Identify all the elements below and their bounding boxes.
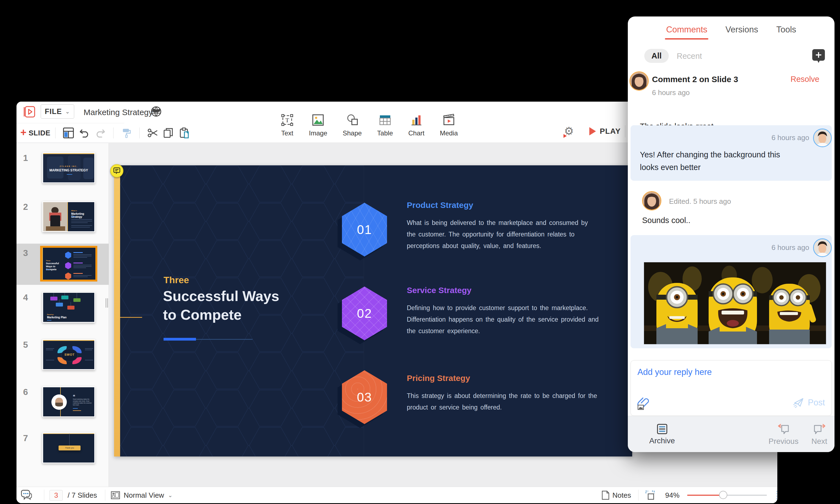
slide-thumbnail-7[interactable]: Thank you: [42, 433, 95, 463]
slide-thumbnail-6[interactable]: ❝ Good marketing makes the company look …: [42, 386, 95, 417]
slide-kicker[interactable]: Three: [163, 275, 189, 285]
tab-comments[interactable]: Comments: [666, 25, 707, 39]
globe-icon[interactable]: [151, 106, 162, 118]
zoom-slider[interactable]: [687, 487, 767, 503]
strategy-block-product[interactable]: Product Strategy What is being delivered…: [407, 200, 605, 252]
archive-icon: [657, 424, 668, 434]
hexagon-02[interactable]: 02: [342, 286, 387, 340]
minions-gif-attachment[interactable]: [644, 262, 826, 344]
add-slide-button[interactable]: + SLIDE: [20, 128, 50, 138]
insert-media-button[interactable]: Media: [440, 114, 458, 137]
redo-button[interactable]: [94, 127, 107, 139]
avatar-replier[interactable]: [813, 128, 832, 147]
next-comment-icon: [813, 423, 826, 435]
filter-recent-button[interactable]: Recent: [677, 52, 702, 61]
hexagon-03[interactable]: 03: [342, 370, 387, 424]
previous-comment-button[interactable]: Previous: [769, 423, 799, 446]
copy-icon[interactable]: [162, 127, 175, 139]
panel-footer: Archive Previous Next: [628, 416, 835, 452]
slide-panel: 1 ZYLKER INC. MARKETING STRATEGY 2: [17, 143, 109, 487]
tab-versions[interactable]: Versions: [725, 25, 758, 39]
insert-chart-button[interactable]: Chart: [408, 114, 424, 137]
insert-text-button[interactable]: T Text: [281, 114, 294, 137]
resolve-button[interactable]: Resolve: [790, 75, 819, 84]
post-button[interactable]: Post: [793, 397, 825, 408]
reply2-text: Sounds cool..: [642, 216, 690, 225]
settings-button[interactable]: ⚙: [564, 125, 577, 138]
reply-input-card[interactable]: Add your reply here Post: [631, 360, 832, 416]
document-title[interactable]: Marketing Strategy: [84, 108, 153, 117]
zoom-slider-knob[interactable]: [719, 491, 727, 499]
insert-shape-label: Shape: [343, 129, 362, 137]
insert-chart-label: Chart: [408, 129, 424, 137]
comment-marker[interactable]: [110, 164, 123, 177]
slide-thumbnail-4[interactable]: Develop: Marketing Plan: [42, 292, 95, 323]
shape-icon: [346, 114, 358, 127]
notes-button[interactable]: Notes: [612, 487, 631, 503]
undo-button[interactable]: [78, 127, 91, 139]
screen: FILE ⌄ Marketing Strategy + SLIDE: [0, 0, 840, 504]
insert-shape-button[interactable]: Shape: [343, 114, 362, 137]
product-strategy-body: What is being delivered to the marketpla…: [407, 217, 599, 252]
hexagon-01[interactable]: 01: [342, 203, 387, 256]
view-mode-dropdown[interactable]: Normal View ⌄: [124, 487, 173, 503]
thumb2-title: Marketing Strategy: [71, 212, 94, 218]
panel-resize-handle[interactable]: [106, 298, 108, 308]
strategy-block-service[interactable]: Service Strategy Defining how to provide…: [407, 286, 605, 337]
filter-all-button[interactable]: All: [644, 49, 669, 63]
paste-icon[interactable]: [178, 127, 191, 139]
comment-timestamp: 6 hours ago: [652, 88, 690, 97]
hexagon-03-number: 03: [357, 390, 372, 404]
status-bar: 3 / 7 Slides Normal View ⌄ Notes 94%: [17, 487, 777, 503]
slide-underline-thin: [196, 339, 252, 340]
slide-number-box[interactable]: 3: [50, 487, 63, 503]
avatar-commenter[interactable]: [629, 71, 649, 91]
slide-number: 5: [23, 340, 28, 350]
avatar-replier[interactable]: [813, 238, 832, 257]
slide-thumbnail-2[interactable]: What is Marketing Strategy: [42, 201, 95, 232]
thumb5-title: SWOT: [61, 353, 78, 356]
slide-layout-button[interactable]: [62, 127, 75, 139]
media-icon: [442, 114, 455, 127]
slide-thumbnail-5[interactable]: SWOT: [42, 339, 95, 370]
play-button[interactable]: PLAY: [589, 127, 620, 136]
divider: [44, 490, 44, 501]
slide-title[interactable]: Successful Ways to Compete: [163, 287, 292, 324]
fit-to-screen-icon[interactable]: [776, 487, 777, 503]
archive-button[interactable]: Archive: [649, 424, 675, 445]
reply-bubble-1: 6 hours ago Yes! After changing the back…: [631, 125, 832, 181]
tab-tools[interactable]: Tools: [776, 25, 796, 39]
attach-image-button[interactable]: [637, 397, 649, 411]
slide-editor[interactable]: Three Successful Ways to Compete 01 02 0…: [114, 165, 632, 456]
slide-thumbnail-3[interactable]: Three Successful Ways to Compete: [40, 246, 97, 282]
thumb1-title: MARKETING STRATEGY: [43, 168, 94, 172]
next-label: Next: [811, 437, 827, 446]
slide-thumbnail-1[interactable]: ZYLKER INC. MARKETING STRATEGY: [42, 152, 95, 183]
reply-input-placeholder[interactable]: Add your reply here: [637, 367, 712, 377]
image-icon: [312, 114, 325, 127]
avatar-commenter[interactable]: [642, 191, 661, 210]
insert-image-button[interactable]: Image: [309, 114, 327, 137]
cut-icon[interactable]: [146, 127, 159, 139]
divider: [139, 127, 140, 139]
app-logo-icon[interactable]: [23, 106, 36, 118]
format-painter-icon[interactable]: [120, 127, 133, 139]
thumb7-title: Thank you: [58, 447, 81, 449]
view-mode-label: Normal View: [124, 491, 164, 500]
insert-table-label: Table: [377, 129, 393, 137]
add-comment-button[interactable]: [811, 48, 826, 65]
thumbnail-pane-icon[interactable]: [645, 487, 655, 503]
next-comment-button[interactable]: Next: [811, 423, 827, 446]
previous-label: Previous: [769, 437, 799, 446]
zoom-level-label: 94%: [665, 487, 680, 503]
current-slide-field[interactable]: 3: [50, 490, 63, 501]
play-label: PLAY: [600, 127, 620, 136]
insert-table-button[interactable]: Table: [377, 114, 393, 137]
strategy-block-pricing[interactable]: Pricing Strategy This strategy is about …: [407, 374, 605, 413]
reply1-timestamp: 6 hours ago: [631, 133, 809, 142]
zoom-slider-track[interactable]: [687, 495, 767, 496]
thumb4-kicker: Develop:: [47, 314, 54, 315]
comments-toggle-icon[interactable]: [20, 487, 32, 503]
file-menu-button[interactable]: FILE ⌄: [41, 104, 74, 119]
comment-title: Comment 2 on Slide 3: [652, 75, 738, 84]
